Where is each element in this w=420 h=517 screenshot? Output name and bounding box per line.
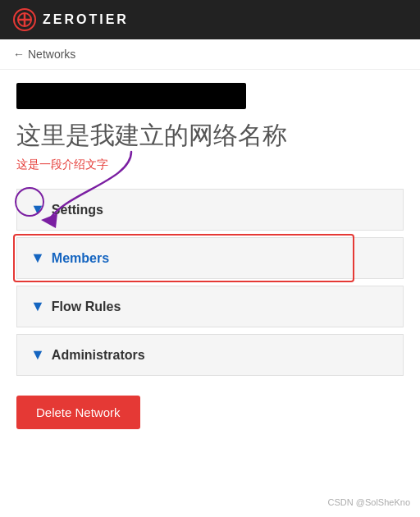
administrators-section-wrapper: ▼ Administrators [16, 334, 404, 376]
settings-section[interactable]: ▼ Settings [16, 189, 404, 231]
flow-rules-section-wrapper: ▼ Flow Rules [16, 286, 404, 327]
settings-section-wrapper: ▼ Settings [16, 189, 404, 231]
flow-rules-collapse-icon: ▼ [30, 298, 45, 315]
logo: ZEROTIER [13, 8, 129, 31]
watermark: CSDN @SolSheKno [328, 497, 410, 507]
administrators-collapse-icon: ▼ [30, 346, 45, 364]
back-link-label: Networks [28, 48, 75, 61]
members-label: Members [52, 251, 109, 266]
administrators-section[interactable]: ▼ Administrators [16, 334, 404, 376]
flow-rules-label: Flow Rules [52, 300, 121, 314]
main-content: 这里是我建立的网络名称 这是一段介绍文字 ▼ Settings ▼ Member… [0, 70, 420, 442]
delete-network-button[interactable]: Delete Network [16, 396, 140, 429]
settings-collapse-icon: ▼ [30, 201, 45, 218]
flow-rules-section[interactable]: ▼ Flow Rules [16, 286, 404, 327]
administrators-label: Administrators [52, 348, 145, 363]
logo-text: ZEROTIER [43, 12, 129, 27]
svg-point-2 [18, 13, 31, 26]
settings-label: Settings [52, 203, 103, 217]
members-section-wrapper: ▼ Members [16, 237, 404, 279]
members-section[interactable]: ▼ Members [16, 237, 404, 279]
members-collapse-icon: ▼ [30, 249, 45, 267]
app-header: ZEROTIER [0, 0, 420, 39]
network-description: 这是一段介绍文字 [16, 158, 404, 172]
redacted-network-id [16, 83, 246, 109]
logo-icon [13, 8, 36, 31]
back-link[interactable]: ← Networks [0, 39, 420, 70]
back-arrow-icon: ← [13, 48, 25, 61]
network-name: 这里是我建立的网络名称 [16, 119, 404, 153]
